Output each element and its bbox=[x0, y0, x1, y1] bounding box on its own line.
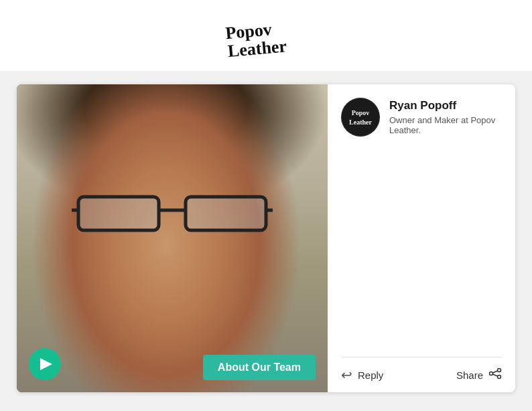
reply-label: Reply bbox=[358, 369, 383, 381]
svg-line-14 bbox=[492, 374, 497, 376]
cta-button[interactable]: About Our Team bbox=[203, 355, 316, 380]
play-icon bbox=[40, 358, 52, 370]
video-panel: About Our Team bbox=[17, 84, 328, 392]
card: About Our Team Popov Leather bbox=[17, 84, 515, 392]
author-name: Ryan Popoff bbox=[389, 99, 502, 112]
main-content: About Our Team Popov Leather bbox=[0, 71, 532, 406]
svg-point-11 bbox=[490, 372, 493, 376]
svg-rect-2 bbox=[78, 197, 159, 230]
reply-button[interactable]: ↩ Reply bbox=[341, 367, 456, 383]
avatar: Popov Leather bbox=[341, 98, 380, 137]
svg-text:Popov: Popov bbox=[352, 109, 370, 116]
share-button[interactable]: Share bbox=[456, 368, 502, 382]
svg-rect-3 bbox=[186, 197, 266, 230]
avatar-logo-svg: Popov Leather bbox=[342, 99, 379, 135]
glasses-overlay bbox=[72, 190, 273, 237]
action-bar: ↩ Reply Share bbox=[328, 357, 515, 392]
reply-icon: ↩ bbox=[341, 367, 352, 383]
play-button[interactable] bbox=[29, 348, 61, 380]
logo-svg: Popov Leather bbox=[222, 12, 310, 59]
share-icon bbox=[488, 368, 502, 382]
content-area bbox=[328, 147, 515, 357]
svg-point-10 bbox=[498, 369, 501, 372]
svg-point-12 bbox=[498, 376, 501, 379]
author-section: Popov Leather Ryan Popoff Owner and Make… bbox=[328, 84, 515, 147]
page-wrapper: Popov Leather bbox=[0, 0, 532, 411]
author-subtitle: Owner and Maker at Popov Leather. bbox=[389, 115, 502, 135]
author-info: Ryan Popoff Owner and Maker at Popov Lea… bbox=[389, 99, 502, 135]
share-label: Share bbox=[456, 369, 483, 381]
svg-point-7 bbox=[342, 99, 379, 135]
face-overlay bbox=[17, 84, 328, 392]
header: Popov Leather bbox=[0, 0, 532, 71]
svg-line-13 bbox=[492, 371, 497, 373]
avatar-logo: Popov Leather bbox=[342, 99, 379, 135]
logo: Popov Leather bbox=[222, 12, 310, 62]
svg-text:Leather: Leather bbox=[349, 118, 372, 126]
info-panel: Popov Leather Ryan Popoff Owner and Make… bbox=[328, 84, 515, 392]
video-thumbnail bbox=[17, 84, 328, 392]
